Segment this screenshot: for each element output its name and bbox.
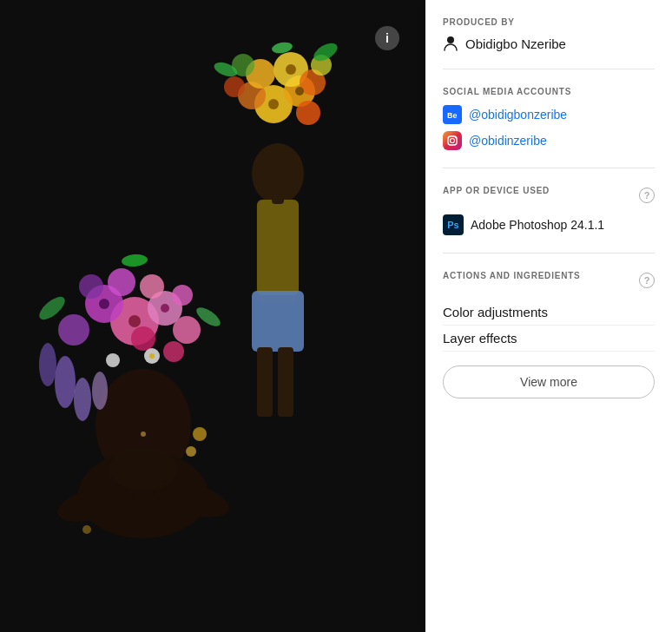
svg-point-23 bbox=[286, 64, 296, 75]
app-device-header: APP OR DEVICE USED ? bbox=[443, 186, 655, 204]
svg-point-34 bbox=[58, 314, 89, 346]
artwork-image bbox=[0, 0, 425, 632]
app-device-label: APP OR DEVICE USED bbox=[443, 186, 550, 195]
instagram-icon bbox=[443, 131, 462, 150]
svg-point-43 bbox=[39, 343, 56, 386]
svg-point-62 bbox=[451, 139, 455, 143]
actions-section: ACTIONS AND INGREDIENTS ? Color adjustme… bbox=[443, 271, 655, 416]
svg-point-50 bbox=[99, 299, 109, 309]
svg-point-35 bbox=[173, 316, 201, 344]
svg-point-22 bbox=[295, 87, 304, 95]
svg-point-38 bbox=[79, 274, 103, 299]
svg-point-28 bbox=[109, 447, 178, 490]
app-info: Ps Adobe Photoshop 24.1.1 bbox=[443, 214, 604, 235]
svg-rect-58 bbox=[0, 564, 425, 632]
app-row: Ps Adobe Photoshop 24.1.1 bbox=[443, 214, 655, 235]
svg-point-21 bbox=[268, 99, 279, 109]
photoshop-icon: Ps bbox=[443, 214, 464, 235]
svg-rect-5 bbox=[257, 347, 273, 417]
svg-rect-3 bbox=[257, 200, 299, 295]
svg-point-51 bbox=[161, 304, 169, 313]
svg-point-40 bbox=[55, 356, 76, 408]
social-media-label: SOCIAL MEDIA ACCOUNTS bbox=[443, 87, 655, 96]
svg-rect-29 bbox=[133, 386, 154, 430]
producer-name: Obidigbo Nzeribe bbox=[465, 36, 566, 51]
info-panel: PRODUCED BY Obidigbo Nzeribe SOCIAL MEDI… bbox=[425, 0, 672, 632]
svg-point-39 bbox=[172, 285, 193, 306]
ingredient-item-layer-effects: Layer effects bbox=[443, 326, 655, 352]
produced-by-label: PRODUCED BY bbox=[443, 17, 655, 27]
svg-point-17 bbox=[224, 76, 245, 97]
svg-text:Be: Be bbox=[447, 111, 458, 119]
produced-by-section: PRODUCED BY Obidigbo Nzeribe bbox=[443, 17, 655, 69]
svg-point-63 bbox=[455, 137, 457, 139]
social-media-section: SOCIAL MEDIA ACCOUNTS Be @obidigbonzerib… bbox=[443, 87, 655, 168]
svg-point-42 bbox=[92, 372, 108, 410]
image-panel: i bbox=[0, 0, 425, 632]
svg-point-41 bbox=[74, 378, 91, 421]
svg-point-53 bbox=[106, 353, 120, 367]
view-more-button[interactable]: View more bbox=[443, 365, 655, 398]
svg-point-55 bbox=[193, 427, 207, 441]
instagram-social-item: @obidinzeribe bbox=[443, 131, 655, 150]
svg-point-16 bbox=[296, 101, 320, 125]
svg-point-30 bbox=[141, 431, 146, 437]
actions-label: ACTIONS AND INGREDIENTS bbox=[443, 271, 581, 280]
svg-point-49 bbox=[128, 315, 141, 327]
behance-link[interactable]: @obidigbonzeribe bbox=[469, 108, 567, 122]
svg-point-45 bbox=[163, 341, 184, 362]
svg-point-57 bbox=[82, 525, 91, 534]
producer-row: Obidigbo Nzeribe bbox=[443, 36, 655, 51]
svg-point-59 bbox=[447, 36, 454, 43]
app-device-section: APP OR DEVICE USED ? Ps Adobe Photoshop … bbox=[443, 186, 655, 253]
svg-rect-7 bbox=[272, 169, 284, 204]
main-container: i PRODUCED BY Obidigbo Nzeribe SOCIAL ME… bbox=[0, 0, 672, 632]
svg-rect-4 bbox=[252, 291, 304, 352]
behance-social-item: Be @obidigbonzeribe bbox=[443, 105, 655, 124]
app-help-icon[interactable]: ? bbox=[639, 188, 655, 203]
app-name: Adobe Photoshop 24.1.1 bbox=[471, 218, 604, 232]
instagram-link[interactable]: @obidinzeribe bbox=[469, 134, 547, 148]
svg-rect-6 bbox=[278, 347, 293, 417]
info-icon: i bbox=[385, 31, 389, 45]
ingredient-item-color-adjustments: Color adjustments bbox=[443, 300, 655, 326]
svg-point-36 bbox=[108, 268, 135, 296]
svg-point-37 bbox=[140, 274, 164, 299]
actions-header: ACTIONS AND INGREDIENTS ? bbox=[443, 271, 655, 289]
svg-point-54 bbox=[149, 353, 155, 359]
actions-help-icon[interactable]: ? bbox=[639, 273, 655, 288]
person-icon bbox=[443, 36, 458, 51]
behance-icon: Be bbox=[443, 105, 462, 124]
svg-point-44 bbox=[131, 326, 155, 351]
svg-point-56 bbox=[186, 446, 196, 457]
info-button[interactable]: i bbox=[375, 26, 399, 50]
